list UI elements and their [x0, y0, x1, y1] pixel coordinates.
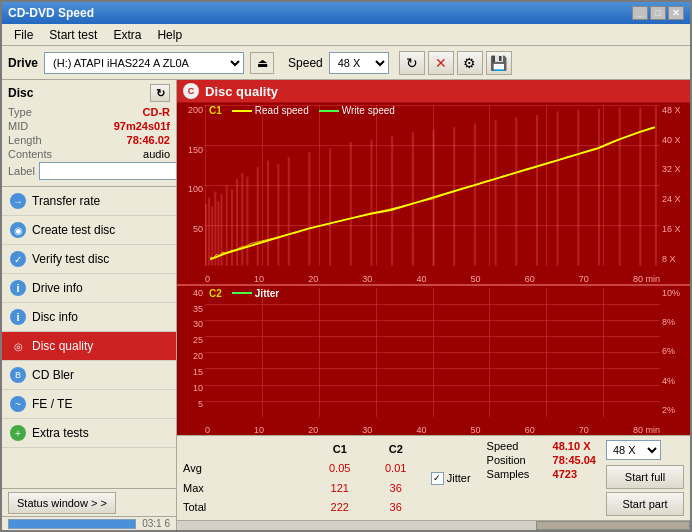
jitter-dot	[232, 292, 252, 294]
disc-contents-value: audio	[143, 148, 170, 160]
menu-bar: File Start test Extra Help	[2, 24, 690, 46]
config-icon-button[interactable]: ⚙	[457, 51, 483, 75]
samples-stat-value: 4723	[553, 468, 577, 480]
disc-length-label: Length	[8, 134, 42, 146]
c1-x-10: 10	[254, 274, 264, 284]
stats-table: C1 C2 Avg 0.05 0.01 Max 121 36 Total 222…	[183, 440, 421, 516]
c2-vline-3	[376, 288, 377, 417]
disc-quality-title: Disc quality	[205, 84, 278, 99]
nav-fe-te-label: FE / TE	[32, 397, 72, 411]
svg-rect-29	[598, 109, 600, 266]
sidebar: Disc ↻ Type CD-R MID 97m24s01f Length 78…	[2, 80, 177, 530]
stats-max-c2: 36	[371, 482, 421, 494]
refresh-icon-button[interactable]: ↻	[399, 51, 425, 75]
c1-y-150: 150	[179, 145, 203, 155]
action-area: 48 X Start full Start part	[602, 440, 684, 516]
stats-max-label: Max	[183, 482, 309, 494]
transfer-rate-icon: →	[10, 193, 26, 209]
nav-disc-info[interactable]: i Disc info	[2, 303, 176, 332]
nav-drive-info[interactable]: i Drive info	[2, 274, 176, 303]
disc-type-row: Type CD-R	[8, 106, 170, 118]
disc-quality-header-icon: C	[183, 83, 199, 99]
disc-label-row: Label 🔍	[8, 162, 170, 180]
nav-drive-info-label: Drive info	[32, 281, 83, 295]
c1-chart: C1 Read speed Write speed	[177, 103, 690, 286]
clear-icon-button[interactable]: ✕	[428, 51, 454, 75]
c1-y-50: 50	[179, 224, 203, 234]
svg-rect-2	[211, 206, 213, 265]
close-button[interactable]: ✕	[668, 6, 684, 20]
nav-cd-bler[interactable]: B CD Bler	[2, 361, 176, 390]
start-full-button[interactable]: Start full	[606, 465, 684, 489]
nav-disc-quality[interactable]: ◎ Disc quality	[2, 332, 176, 361]
nav-transfer-rate[interactable]: → Transfer rate	[2, 187, 176, 216]
c1-chart-svg	[205, 105, 660, 266]
c1-yr-16: 16 X	[662, 224, 688, 234]
status-progress-fill	[9, 520, 135, 528]
drive-eject-button[interactable]: ⏏	[250, 52, 274, 74]
c1-y-axis-left: 200 150 100 50	[177, 103, 205, 264]
c1-yr-48: 48 X	[662, 105, 688, 115]
speed-bottom-select[interactable]: 48 X	[606, 440, 661, 460]
c1-y-100: 100	[179, 184, 203, 194]
scrollbar-thumb[interactable]	[536, 521, 690, 530]
nav-verify-test-disc[interactable]: ✓ Verify test disc	[2, 245, 176, 274]
save-icon-button[interactable]: 💾	[486, 51, 512, 75]
menu-extra[interactable]: Extra	[105, 26, 149, 44]
menu-help[interactable]: Help	[149, 26, 190, 44]
c2-yr-6: 6%	[662, 346, 688, 356]
maximize-button[interactable]: □	[650, 6, 666, 20]
nav-cd-bler-label: CD Bler	[32, 368, 74, 382]
c2-chart: C2 Jitter 40 35 30 25 20	[177, 286, 690, 435]
c1-y-200: 200	[179, 105, 203, 115]
c2-vline-1	[262, 288, 263, 417]
jitter-checkbox[interactable]: ✓	[431, 472, 444, 485]
speed-select[interactable]: 48 X	[329, 52, 389, 74]
disc-mid-value: 97m24s01f	[114, 120, 170, 132]
stats-right: Speed 48.10 X Position 78:45.04 Samples …	[481, 440, 602, 516]
svg-rect-14	[288, 157, 290, 266]
minimize-button[interactable]: _	[632, 6, 648, 20]
start-part-button[interactable]: Start part	[606, 492, 684, 516]
create-test-disc-icon: ◉	[10, 222, 26, 238]
samples-row: Samples 4723	[487, 468, 596, 480]
nav-fe-te[interactable]: ~ FE / TE	[2, 390, 176, 419]
fe-te-icon: ~	[10, 396, 26, 412]
drive-bar: Drive (H:) ATAPI iHAS224 A ZL0A ⏏ Speed …	[2, 46, 690, 80]
c1-x-50: 50	[471, 274, 481, 284]
svg-rect-20	[412, 132, 414, 265]
menu-file[interactable]: File	[6, 26, 41, 44]
horizontal-scrollbar[interactable]	[177, 520, 690, 530]
c1-yr-8: 8 X	[662, 254, 688, 264]
drive-select[interactable]: (H:) ATAPI iHAS224 A ZL0A	[44, 52, 244, 74]
svg-rect-22	[453, 127, 455, 265]
svg-rect-32	[655, 106, 657, 265]
drive-info-icon: i	[10, 280, 26, 296]
disc-contents-label: Contents	[8, 148, 52, 160]
status-window-button[interactable]: Status window > >	[8, 492, 116, 514]
c2-vline-4	[433, 288, 434, 417]
disc-contents-row: Contents audio	[8, 148, 170, 160]
disc-label-input[interactable]	[39, 162, 177, 180]
progress-bar-area: 03:1 6	[2, 516, 176, 530]
position-stat-value: 78:45.04	[553, 454, 596, 466]
disc-refresh-button[interactable]: ↻	[150, 84, 170, 102]
c2-y-axis-left: 40 35 30 25 20 15 10 5	[177, 286, 205, 415]
disc-quality-icon: ◎	[10, 338, 26, 354]
disc-length-value: 78:46.02	[127, 134, 170, 146]
verify-test-disc-icon: ✓	[10, 251, 26, 267]
jitter-checkbox-label: Jitter	[447, 472, 471, 484]
nav-transfer-rate-label: Transfer rate	[32, 194, 100, 208]
c2-y-10: 10	[179, 383, 203, 393]
nav-create-test-disc[interactable]: ◉ Create test disc	[2, 216, 176, 245]
c2-yr-4: 4%	[662, 376, 688, 386]
stats-total-c1: 222	[315, 501, 365, 513]
c2-vline-2	[319, 288, 320, 417]
toolbar-icons: ↻ ✕ ⚙ 💾	[399, 51, 512, 75]
disc-header-label: Disc	[8, 86, 33, 100]
menu-start-test[interactable]: Start test	[41, 26, 105, 44]
c2-label: C2	[209, 288, 222, 299]
title-text: CD-DVD Speed	[8, 6, 632, 20]
disc-label-label: Label	[8, 165, 35, 177]
nav-extra-tests[interactable]: + Extra tests	[2, 419, 176, 448]
